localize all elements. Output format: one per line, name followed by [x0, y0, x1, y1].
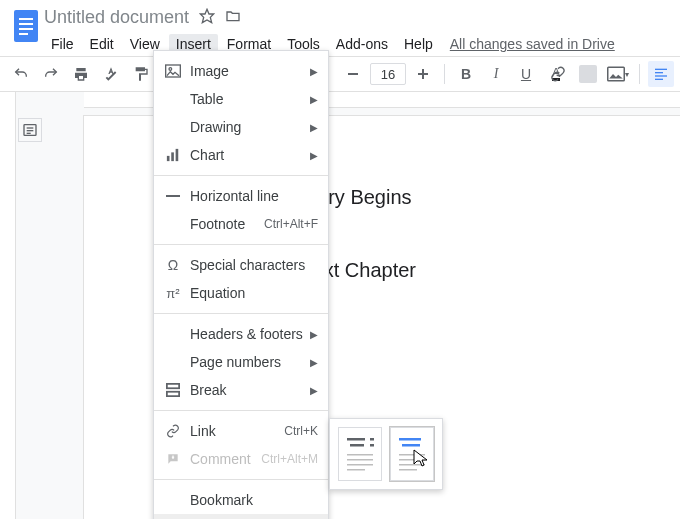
insert-image[interactable]: Image ▶	[154, 57, 328, 85]
menu-separator	[154, 175, 328, 176]
chevron-right-icon: ▶	[310, 94, 318, 105]
insert-link[interactable]: Link Ctrl+K	[154, 417, 328, 445]
toc-submenu	[329, 418, 443, 490]
comment-icon	[162, 452, 184, 466]
svg-marker-5	[200, 9, 213, 22]
bold-button[interactable]: B	[453, 61, 479, 87]
vertical-ruler	[0, 92, 16, 519]
undo-button[interactable]	[8, 61, 34, 87]
svg-rect-11	[655, 72, 663, 73]
toc-option-plain[interactable]	[338, 427, 382, 481]
insert-headers-footers[interactable]: Headers & footers ▶	[154, 320, 328, 348]
font-size-input[interactable]: 16	[370, 63, 406, 85]
separator	[639, 64, 640, 84]
svg-rect-34	[347, 464, 373, 466]
insert-break[interactable]: Break ▶	[154, 376, 328, 404]
svg-rect-0	[14, 10, 38, 42]
svg-rect-35	[347, 469, 365, 471]
svg-rect-23	[166, 195, 180, 197]
svg-rect-41	[399, 469, 417, 471]
menu-file[interactable]: File	[44, 34, 81, 54]
svg-rect-12	[655, 75, 667, 76]
underline-button[interactable]: U	[513, 61, 539, 87]
svg-rect-25	[167, 392, 179, 396]
omega-icon: Ω	[162, 257, 184, 273]
chevron-right-icon: ▶	[310, 150, 318, 161]
svg-rect-6	[348, 73, 358, 75]
svg-rect-37	[402, 444, 420, 447]
svg-rect-38	[399, 454, 425, 456]
menu-help[interactable]: Help	[397, 34, 440, 54]
svg-rect-13	[655, 79, 663, 80]
svg-rect-32	[347, 454, 373, 456]
header: Untitled document File Edit View Insert …	[0, 0, 680, 56]
image-icon	[162, 64, 184, 78]
insert-footnote[interactable]: Footnote Ctrl+Alt+F	[154, 210, 328, 238]
svg-rect-24	[167, 384, 179, 388]
insert-image-button[interactable]: ▾	[605, 61, 631, 87]
insert-table[interactable]: Table ▶	[154, 85, 328, 113]
svg-rect-27	[172, 456, 173, 460]
insert-table-of-contents[interactable]: Table of contents ▶	[154, 514, 328, 519]
menu-addons[interactable]: Add-ons	[329, 34, 395, 54]
insert-drawing[interactable]: Drawing ▶	[154, 113, 328, 141]
fontsize-plus-button[interactable]	[410, 61, 436, 87]
menu-separator	[154, 479, 328, 480]
svg-rect-9	[608, 67, 625, 81]
paint-format-button[interactable]	[128, 61, 154, 87]
svg-rect-36	[399, 438, 421, 441]
document-title[interactable]: Untitled document	[44, 7, 189, 28]
svg-rect-4	[19, 33, 28, 35]
svg-rect-1	[19, 18, 33, 20]
insert-comment-button[interactable]	[575, 61, 601, 87]
insert-special-characters[interactable]: Ω Special characters	[154, 251, 328, 279]
insert-comment: Comment Ctrl+Alt+M	[154, 445, 328, 473]
move-icon[interactable]	[225, 8, 241, 27]
spellcheck-button[interactable]	[98, 61, 124, 87]
insert-link-button[interactable]	[545, 61, 571, 87]
toc-option-links[interactable]	[390, 427, 434, 481]
svg-rect-21	[171, 152, 174, 161]
insert-chart[interactable]: Chart ▶	[154, 141, 328, 169]
menu-separator	[154, 244, 328, 245]
separator	[444, 64, 445, 84]
svg-rect-20	[167, 156, 170, 161]
title-area: Untitled document File Edit View Insert …	[44, 6, 672, 56]
insert-page-numbers[interactable]: Page numbers ▶	[154, 348, 328, 376]
menu-separator	[154, 313, 328, 314]
redo-button[interactable]	[38, 61, 64, 87]
save-status[interactable]: All changes saved in Drive	[450, 36, 615, 52]
italic-button[interactable]: I	[483, 61, 509, 87]
chevron-right-icon: ▶	[310, 66, 318, 77]
insert-bookmark[interactable]: Bookmark	[154, 486, 328, 514]
fontsize-minus-button[interactable]	[340, 61, 366, 87]
svg-rect-22	[176, 149, 179, 161]
chart-icon	[162, 148, 184, 162]
outline-toggle-button[interactable]	[18, 118, 42, 142]
chevron-right-icon: ▶	[310, 122, 318, 133]
insert-horizontal-line[interactable]: Horizontal line	[154, 182, 328, 210]
svg-rect-40	[399, 464, 425, 466]
align-button[interactable]	[648, 61, 674, 87]
link-icon	[162, 424, 184, 438]
pi-icon: π²	[162, 286, 184, 301]
chevron-right-icon: ▶	[310, 329, 318, 340]
star-icon[interactable]	[199, 8, 215, 27]
menu-edit[interactable]: Edit	[83, 34, 121, 54]
svg-rect-29	[370, 438, 374, 441]
insert-menu-dropdown: Image ▶ Table ▶ Drawing ▶ Chart ▶ Horizo…	[153, 50, 329, 519]
svg-point-19	[169, 68, 172, 71]
svg-rect-31	[370, 444, 374, 447]
svg-rect-39	[399, 459, 425, 461]
menubar: File Edit View Insert Format Tools Add-o…	[44, 32, 672, 56]
hr-icon	[162, 194, 184, 198]
menu-separator	[154, 410, 328, 411]
insert-equation[interactable]: π² Equation	[154, 279, 328, 307]
docs-logo-icon[interactable]	[8, 6, 44, 54]
svg-rect-30	[350, 444, 364, 447]
chevron-right-icon: ▶	[310, 385, 318, 396]
break-icon	[162, 383, 184, 397]
print-button[interactable]	[68, 61, 94, 87]
svg-rect-10	[655, 69, 667, 70]
toolbar: 16 B I U A ▾	[0, 56, 680, 92]
